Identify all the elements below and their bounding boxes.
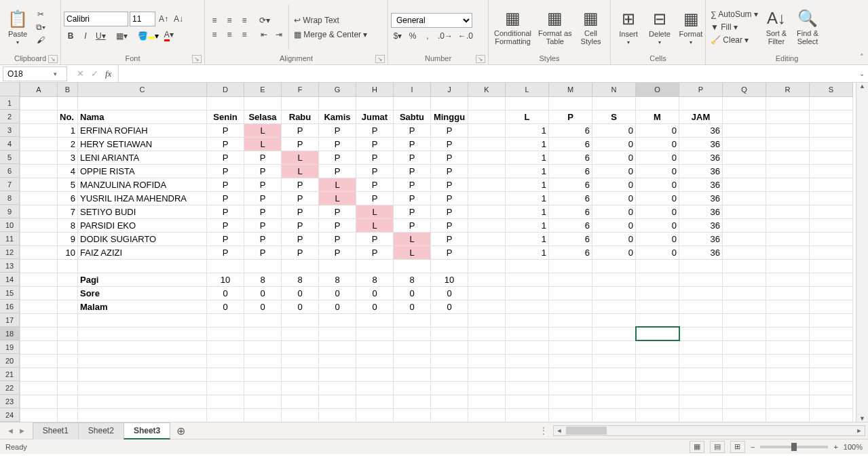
cell[interactable] (394, 395, 431, 408)
cell[interactable] (636, 368, 679, 381)
cut-button[interactable]: ✂ (34, 8, 48, 20)
cell[interactable] (810, 408, 853, 422)
column-header[interactable]: J (431, 83, 468, 96)
cell[interactable]: 4 (58, 164, 78, 178)
cell[interactable] (20, 408, 58, 422)
cell[interactable]: P (356, 178, 394, 191)
cell[interactable] (282, 96, 319, 110)
cell[interactable] (592, 408, 636, 422)
cell[interactable] (766, 286, 810, 300)
cell[interactable]: P (394, 205, 431, 218)
cell[interactable] (766, 368, 810, 381)
cell[interactable] (58, 96, 78, 110)
cell[interactable]: S (592, 110, 636, 123)
cell[interactable]: P (207, 191, 244, 205)
cell[interactable] (723, 354, 766, 368)
cell[interactable] (282, 395, 319, 408)
cell[interactable] (810, 273, 853, 286)
cell[interactable] (766, 178, 810, 191)
cell[interactable] (319, 340, 356, 354)
cell[interactable] (282, 381, 319, 395)
underline-button[interactable]: U▾ (94, 30, 108, 42)
cell[interactable]: 8 (58, 218, 78, 232)
cell[interactable]: HERY SETIAWAN (78, 137, 207, 151)
cell[interactable] (679, 96, 723, 110)
cell[interactable] (20, 300, 58, 313)
cell[interactable] (282, 327, 319, 340)
cell[interactable]: L (394, 246, 431, 259)
cell[interactable]: Senin (207, 110, 244, 123)
cell[interactable] (207, 96, 244, 110)
cell[interactable] (723, 327, 766, 340)
cell[interactable] (549, 273, 592, 286)
cell[interactable]: P (549, 110, 592, 123)
cell[interactable]: 1 (506, 123, 549, 137)
cell[interactable] (394, 381, 431, 395)
cell[interactable] (244, 259, 282, 273)
column-header[interactable]: Q (723, 83, 766, 96)
cell[interactable]: P (207, 151, 244, 164)
cell[interactable] (766, 300, 810, 313)
cell[interactable] (636, 96, 679, 110)
row-header[interactable]: 13 (0, 259, 20, 273)
cell[interactable]: L (319, 191, 356, 205)
cell[interactable] (766, 164, 810, 178)
cell[interactable] (58, 340, 78, 354)
row-header[interactable]: 3 (0, 123, 20, 137)
cell[interactable] (810, 259, 853, 273)
cell[interactable]: L (244, 137, 282, 151)
cell[interactable] (356, 408, 394, 422)
cell[interactable] (319, 259, 356, 273)
cell[interactable] (679, 408, 723, 422)
align-top-button[interactable]: ≡ (208, 14, 221, 26)
cell[interactable]: P (207, 164, 244, 178)
cell[interactable] (20, 191, 58, 205)
cell[interactable]: 0 (592, 151, 636, 164)
cell[interactable]: 0 (592, 178, 636, 191)
cell[interactable] (592, 273, 636, 286)
cell[interactable] (207, 259, 244, 273)
cell[interactable]: P (282, 205, 319, 218)
cell[interactable] (207, 368, 244, 381)
page-break-view-button[interactable]: ⊞ (730, 441, 745, 453)
cell[interactable]: P (207, 246, 244, 259)
cell[interactable] (468, 286, 506, 300)
cell[interactable] (468, 164, 506, 178)
cell[interactable] (319, 354, 356, 368)
cell[interactable] (207, 354, 244, 368)
cell[interactable] (592, 327, 636, 340)
cell[interactable]: 0 (356, 300, 394, 313)
cell[interactable]: P (319, 151, 356, 164)
cell[interactable]: Pagi (78, 273, 207, 286)
cell[interactable] (723, 259, 766, 273)
cell[interactable]: 6 (549, 232, 592, 246)
cell[interactable]: P (356, 191, 394, 205)
cell[interactable] (766, 218, 810, 232)
cell[interactable] (356, 354, 394, 368)
row-header[interactable]: 5 (0, 151, 20, 164)
font-dialog-launcher[interactable]: ↘ (192, 55, 202, 63)
orientation-button[interactable]: ⟳▾ (257, 14, 272, 26)
cell[interactable]: 6 (549, 191, 592, 205)
cell[interactable] (431, 354, 468, 368)
cell[interactable]: P (431, 164, 468, 178)
cell[interactable]: 0 (636, 205, 679, 218)
cell[interactable] (356, 395, 394, 408)
cell[interactable] (244, 340, 282, 354)
cell[interactable]: L (244, 123, 282, 137)
cell[interactable]: L (506, 110, 549, 123)
cell[interactable]: P (431, 178, 468, 191)
row-header[interactable]: 2 (0, 110, 20, 123)
cell[interactable]: 0 (244, 286, 282, 300)
decrease-decimal-button[interactable]: ←.0 (456, 30, 475, 42)
cell[interactable] (58, 395, 78, 408)
cell[interactable] (282, 259, 319, 273)
cell[interactable] (244, 368, 282, 381)
cell[interactable] (810, 123, 853, 137)
cell[interactable] (244, 395, 282, 408)
cell[interactable] (431, 259, 468, 273)
select-all-button[interactable] (0, 83, 20, 96)
cell[interactable] (356, 96, 394, 110)
cell[interactable] (319, 313, 356, 327)
name-box[interactable]: ▾ (3, 66, 67, 81)
